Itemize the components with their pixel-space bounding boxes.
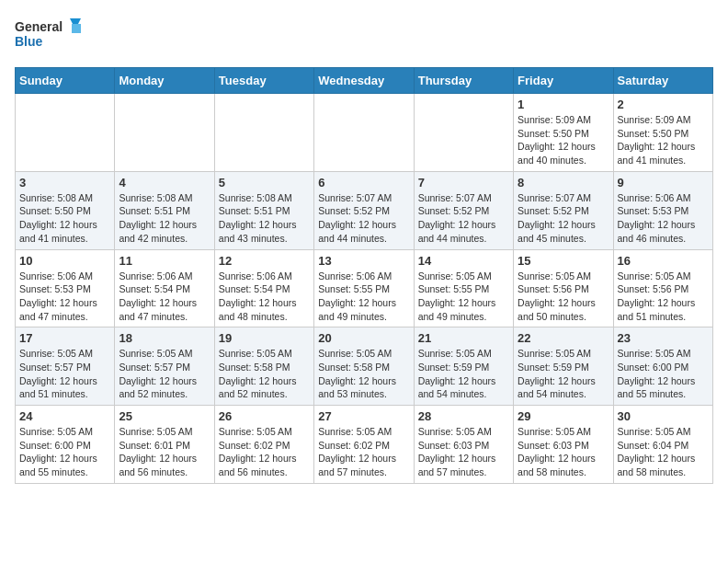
calendar-cell: 8Sunrise: 5:07 AMSunset: 5:52 PMDaylight…: [514, 171, 613, 249]
calendar-cell: [214, 94, 313, 172]
svg-text:General: General: [15, 19, 63, 34]
calendar-cell: 3Sunrise: 5:08 AMSunset: 5:50 PMDaylight…: [16, 171, 115, 249]
svg-marker-3: [72, 24, 81, 33]
day-info: Sunrise: 5:06 AMSunset: 5:53 PMDaylight:…: [19, 270, 110, 324]
day-info: Sunrise: 5:07 AMSunset: 5:52 PMDaylight:…: [418, 191, 509, 246]
calendar-cell: 30Sunrise: 5:05 AMSunset: 6:04 PMDayligh…: [613, 406, 712, 484]
day-number: 27: [318, 409, 409, 423]
weekday-header-wednesday: Wednesday: [314, 68, 414, 94]
calendar-week-0: 1Sunrise: 5:09 AMSunset: 5:50 PMDaylight…: [16, 94, 713, 172]
calendar-cell: 16Sunrise: 5:05 AMSunset: 5:56 PMDayligh…: [613, 249, 712, 327]
calendar-cell: [414, 94, 513, 172]
day-info: Sunrise: 5:05 AMSunset: 6:03 PMDaylight:…: [518, 425, 609, 479]
day-number: 16: [618, 254, 709, 268]
day-info: Sunrise: 5:08 AMSunset: 5:50 PMDaylight:…: [19, 191, 110, 246]
day-info: Sunrise: 5:06 AMSunset: 5:54 PMDaylight:…: [119, 270, 210, 324]
calendar-week-3: 17Sunrise: 5:05 AMSunset: 5:57 PMDayligh…: [16, 327, 713, 406]
calendar-cell: [16, 94, 115, 172]
day-info: Sunrise: 5:06 AMSunset: 5:55 PMDaylight:…: [318, 270, 409, 324]
logo-svg: General Blue: [15, 15, 88, 56]
day-info: Sunrise: 5:06 AMSunset: 5:53 PMDaylight:…: [618, 191, 709, 246]
calendar-cell: 20Sunrise: 5:05 AMSunset: 5:58 PMDayligh…: [314, 327, 414, 406]
svg-text:Blue: Blue: [15, 34, 43, 49]
day-info: Sunrise: 5:05 AMSunset: 5:59 PMDaylight:…: [518, 347, 609, 401]
day-number: 18: [119, 331, 210, 345]
calendar-cell: 26Sunrise: 5:05 AMSunset: 6:02 PMDayligh…: [214, 406, 313, 484]
calendar-cell: 19Sunrise: 5:05 AMSunset: 5:58 PMDayligh…: [214, 327, 313, 406]
day-number: 12: [219, 254, 310, 268]
day-number: 26: [219, 409, 310, 423]
day-number: 7: [418, 176, 509, 190]
weekday-header-tuesday: Tuesday: [214, 68, 313, 94]
calendar-cell: 29Sunrise: 5:05 AMSunset: 6:03 PMDayligh…: [514, 406, 613, 484]
day-number: 14: [418, 254, 509, 268]
day-info: Sunrise: 5:08 AMSunset: 5:51 PMDaylight:…: [219, 191, 310, 246]
day-number: 29: [518, 409, 609, 423]
day-number: 2: [618, 98, 709, 111]
weekday-header-sunday: Sunday: [16, 68, 115, 94]
weekday-header-thursday: Thursday: [414, 68, 513, 94]
logo: General Blue: [15, 15, 88, 56]
day-info: Sunrise: 5:05 AMSunset: 6:03 PMDaylight:…: [418, 425, 509, 479]
calendar-week-2: 10Sunrise: 5:06 AMSunset: 5:53 PMDayligh…: [16, 249, 713, 327]
weekday-header-monday: Monday: [115, 68, 214, 94]
day-number: 5: [219, 176, 310, 190]
calendar-cell: 25Sunrise: 5:05 AMSunset: 6:01 PMDayligh…: [115, 406, 214, 484]
day-info: Sunrise: 5:06 AMSunset: 5:54 PMDaylight:…: [219, 270, 310, 324]
calendar-header: SundayMondayTuesdayWednesdayThursdayFrid…: [16, 68, 713, 94]
day-info: Sunrise: 5:05 AMSunset: 6:00 PMDaylight:…: [19, 425, 110, 479]
calendar-cell: 13Sunrise: 5:06 AMSunset: 5:55 PMDayligh…: [314, 249, 414, 327]
day-number: 15: [518, 254, 609, 268]
day-info: Sunrise: 5:05 AMSunset: 6:02 PMDaylight:…: [318, 425, 409, 479]
calendar-cell: 24Sunrise: 5:05 AMSunset: 6:00 PMDayligh…: [16, 406, 115, 484]
calendar-cell: 21Sunrise: 5:05 AMSunset: 5:59 PMDayligh…: [414, 327, 513, 406]
day-number: 20: [318, 331, 409, 345]
day-info: Sunrise: 5:05 AMSunset: 5:59 PMDaylight:…: [418, 347, 509, 401]
day-number: 9: [618, 176, 709, 190]
calendar-cell: 22Sunrise: 5:05 AMSunset: 5:59 PMDayligh…: [514, 327, 613, 406]
day-info: Sunrise: 5:08 AMSunset: 5:51 PMDaylight:…: [119, 191, 210, 246]
day-number: 19: [219, 331, 310, 345]
calendar-table: SundayMondayTuesdayWednesdayThursdayFrid…: [15, 67, 713, 484]
day-info: Sunrise: 5:05 AMSunset: 6:04 PMDaylight:…: [618, 425, 709, 479]
calendar-cell: 17Sunrise: 5:05 AMSunset: 5:57 PMDayligh…: [16, 327, 115, 406]
day-info: Sunrise: 5:07 AMSunset: 5:52 PMDaylight:…: [318, 191, 409, 246]
day-number: 21: [418, 331, 509, 345]
day-info: Sunrise: 5:05 AMSunset: 5:57 PMDaylight:…: [19, 347, 110, 401]
calendar-cell: 6Sunrise: 5:07 AMSunset: 5:52 PMDaylight…: [314, 171, 414, 249]
day-info: Sunrise: 5:05 AMSunset: 6:02 PMDaylight:…: [219, 425, 310, 479]
calendar-cell: [115, 94, 214, 172]
day-number: 13: [318, 254, 409, 268]
day-number: 3: [19, 176, 110, 190]
weekday-header-friday: Friday: [514, 68, 613, 94]
calendar-body: 1Sunrise: 5:09 AMSunset: 5:50 PMDaylight…: [16, 94, 713, 484]
day-number: 8: [518, 176, 609, 190]
day-info: Sunrise: 5:05 AMSunset: 5:58 PMDaylight:…: [219, 347, 310, 401]
calendar-week-1: 3Sunrise: 5:08 AMSunset: 5:50 PMDaylight…: [16, 171, 713, 249]
calendar-cell: 15Sunrise: 5:05 AMSunset: 5:56 PMDayligh…: [514, 249, 613, 327]
weekday-header-saturday: Saturday: [613, 68, 712, 94]
calendar-cell: 2Sunrise: 5:09 AMSunset: 5:50 PMDaylight…: [613, 94, 712, 172]
calendar-cell: 4Sunrise: 5:08 AMSunset: 5:51 PMDaylight…: [115, 171, 214, 249]
weekday-header-row: SundayMondayTuesdayWednesdayThursdayFrid…: [16, 68, 713, 94]
day-info: Sunrise: 5:09 AMSunset: 5:50 PMDaylight:…: [618, 113, 709, 167]
day-number: 10: [19, 254, 110, 268]
day-info: Sunrise: 5:05 AMSunset: 5:55 PMDaylight:…: [418, 270, 509, 324]
calendar-cell: 1Sunrise: 5:09 AMSunset: 5:50 PMDaylight…: [514, 94, 613, 172]
day-info: Sunrise: 5:09 AMSunset: 5:50 PMDaylight:…: [518, 113, 609, 167]
calendar-week-4: 24Sunrise: 5:05 AMSunset: 6:00 PMDayligh…: [16, 406, 713, 484]
day-number: 6: [318, 176, 409, 190]
day-info: Sunrise: 5:05 AMSunset: 6:00 PMDaylight:…: [618, 347, 709, 401]
day-number: 23: [618, 331, 709, 345]
day-number: 28: [418, 409, 509, 423]
day-number: 24: [19, 409, 110, 423]
day-number: 4: [119, 176, 210, 190]
calendar-cell: 27Sunrise: 5:05 AMSunset: 6:02 PMDayligh…: [314, 406, 414, 484]
calendar-cell: 28Sunrise: 5:05 AMSunset: 6:03 PMDayligh…: [414, 406, 513, 484]
calendar-cell: 11Sunrise: 5:06 AMSunset: 5:54 PMDayligh…: [115, 249, 214, 327]
day-number: 30: [618, 409, 709, 423]
calendar-cell: 18Sunrise: 5:05 AMSunset: 5:57 PMDayligh…: [115, 327, 214, 406]
calendar-cell: [314, 94, 414, 172]
calendar-cell: 23Sunrise: 5:05 AMSunset: 6:00 PMDayligh…: [613, 327, 712, 406]
day-info: Sunrise: 5:05 AMSunset: 5:57 PMDaylight:…: [119, 347, 210, 401]
